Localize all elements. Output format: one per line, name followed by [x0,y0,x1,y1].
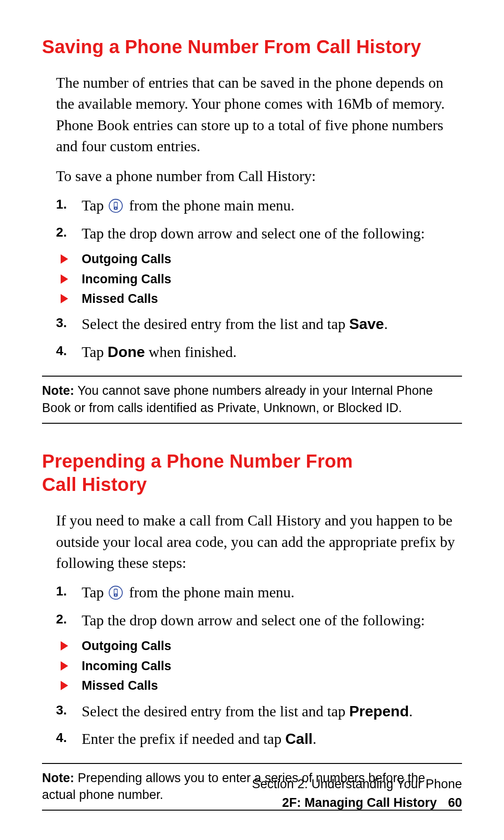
section2-steps: 1. Tap from the phone main menu. 2. Tap … [56,582,462,631]
step4-call-label: Call [285,730,313,747]
heading-prepending-number: Prepending a Phone Number From Call Hist… [42,449,462,496]
step-number: 2. [56,610,67,629]
step3-text-b: . [384,315,388,332]
bullet-missed-calls: Missed Calls [56,677,462,694]
phone-menu-icon [109,197,123,211]
step4-text-a: Enter the prefix if needed and tap [82,730,285,747]
step3-text-a: Select the desired entry from the list a… [82,703,349,720]
step4-text-b: when finished. [145,343,237,360]
section1-note: Note: You cannot save phone numbers alre… [42,376,462,424]
svg-point-7 [115,595,116,596]
step4-text-a: Tap [82,343,108,360]
step1-text-a: Tap [82,584,108,601]
step1-text-b: from the phone main menu. [126,584,295,601]
section1-step2: 2. Tap the drop down arrow and select on… [56,223,462,244]
section1-bullets: Outgoing Calls Incoming Calls Missed Cal… [56,251,462,307]
step3-prepend-label: Prepend [349,703,409,720]
section2-step3: 3. Select the desired entry from the lis… [56,701,462,722]
step-number: 1. [56,195,67,214]
heading-saving-number: Saving a Phone Number From Call History [42,35,462,58]
section1-lead-in: To save a phone number from Call History… [56,166,462,187]
section2-body: If you need to make a call from Call His… [42,510,462,749]
section1-step1: 1. Tap from the phone main menu. [56,195,462,216]
section2-intro-paragraph: If you need to make a call from Call His… [56,510,462,574]
footer-subsection: 2F: Managing Call History60 [252,794,462,812]
section1-steps: 1. Tap from the phone main menu. 2. Tap … [56,195,462,244]
step-number: 3. [56,701,67,720]
section1-steps-cont: 3. Select the desired entry from the lis… [56,314,462,363]
footer-subsection-label: 2F: Managing Call History [282,796,437,810]
step-number: 1. [56,582,67,601]
section1-intro-paragraph: The number of entries that can be saved … [56,72,462,157]
bullet-incoming-calls: Incoming Calls [56,271,462,287]
svg-rect-2 [114,203,117,207]
note-text: You cannot save phone numbers already in… [42,384,433,414]
step1-text-a: Tap [82,197,108,214]
step1-text-b: from the phone main menu. [126,197,295,214]
phone-menu-icon [109,584,123,598]
page: Saving a Phone Number From Call History … [0,0,504,840]
step2-text: Tap the drop down arrow and select one o… [82,612,425,629]
step3-text-a: Select the desired entry from the list a… [82,315,349,332]
note-label: Note: [42,384,74,398]
svg-rect-6 [114,590,117,594]
page-number: 60 [448,794,462,812]
section1-body: The number of entries that can be saved … [42,72,462,363]
step4-done-label: Done [108,343,145,360]
bullet-incoming-calls: Incoming Calls [56,658,462,674]
bullet-outgoing-calls: Outgoing Calls [56,251,462,267]
step4-text-b: . [313,730,316,747]
section2-steps-cont: 3. Select the desired entry from the lis… [56,701,462,750]
section2-bullets: Outgoing Calls Incoming Calls Missed Cal… [56,637,462,694]
step3-text-b: . [409,703,413,720]
section1-step4: 4. Tap Done when finished. [56,342,462,363]
section1-step3: 3. Select the desired entry from the lis… [56,314,462,335]
step-number: 2. [56,223,67,242]
bullet-outgoing-calls: Outgoing Calls [56,637,462,654]
section2-step2: 2. Tap the drop down arrow and select on… [56,610,462,631]
svg-point-3 [115,208,116,209]
step-number: 4. [56,728,67,747]
step3-save-label: Save [349,315,384,332]
section2-step1: 1. Tap from the phone main menu. [56,582,462,603]
note-label: Note: [42,771,74,785]
section2-step4: 4. Enter the prefix if needed and tap Ca… [56,728,462,749]
footer-section-title: Section 2: Understanding Your Phone [252,776,462,793]
step-number: 3. [56,314,67,332]
bullet-missed-calls: Missed Calls [56,290,462,307]
step2-text: Tap the drop down arrow and select one o… [82,225,425,242]
page-footer: Section 2: Understanding Your Phone 2F: … [252,776,462,812]
step-number: 4. [56,342,67,360]
